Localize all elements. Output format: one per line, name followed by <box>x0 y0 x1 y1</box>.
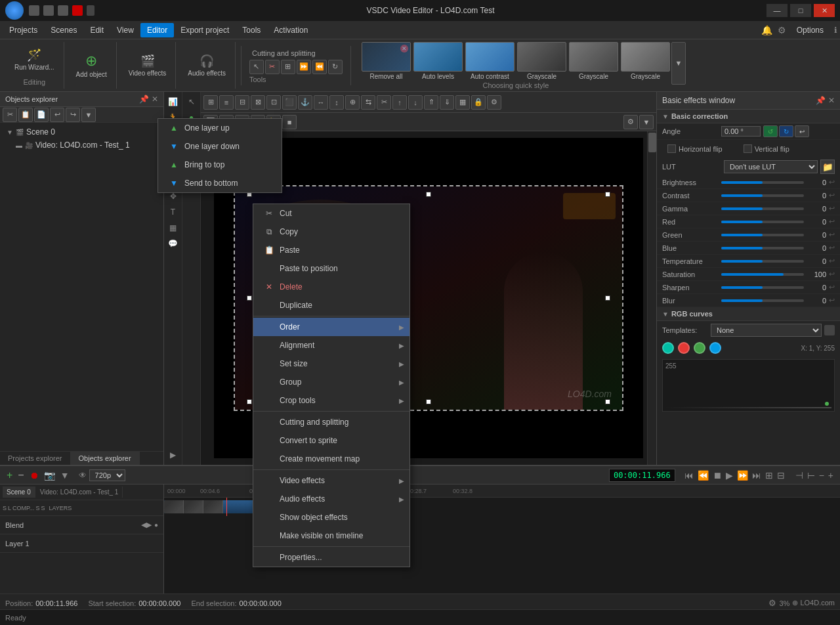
cm-alignment[interactable]: Alignment <box>253 336 410 355</box>
redo-object-btn[interactable]: ↪ <box>66 108 80 122</box>
selection-handle-tc[interactable] <box>426 192 431 197</box>
dn-btn[interactable]: ↓ <box>408 95 423 110</box>
selection-handle-mr[interactable] <box>605 295 610 301</box>
step-fwd-btn[interactable]: ⏩ <box>736 469 749 482</box>
close-button[interactable]: ✕ <box>814 4 835 17</box>
curves-icon-1[interactable] <box>824 325 835 335</box>
run-wizard-button[interactable]: 🪄 Run Wizard... <box>10 45 58 74</box>
scene-tab[interactable]: Scene 0 <box>3 486 35 498</box>
menu-scenes[interactable]: Scenes <box>44 23 83 37</box>
rotate-tool[interactable]: ↻ <box>328 60 343 74</box>
align-btn-6[interactable]: ⬛ <box>282 95 297 110</box>
open-file-icon[interactable] <box>43 5 54 16</box>
speed-down-tool[interactable]: ⏪ <box>312 60 327 74</box>
loop-btn[interactable]: ⊞ <box>764 469 774 482</box>
align-btn-4[interactable]: ⊠ <box>251 95 265 110</box>
split-tl-btn[interactable]: ⊟ <box>776 469 786 482</box>
red-reset[interactable]: ↩ <box>829 217 835 226</box>
cm-set-size[interactable]: Set size <box>253 355 410 373</box>
cm-delete[interactable]: ✕ Delete <box>253 278 410 296</box>
in-point-btn[interactable]: ⊣ <box>794 469 805 482</box>
projects-tab[interactable]: Projects explorer <box>0 452 71 465</box>
canvas-settings-btn[interactable]: ⚙ <box>623 115 638 129</box>
cm-paste-position[interactable]: Paste to position <box>253 259 410 278</box>
green-slider[interactable] <box>721 234 804 236</box>
cm-crop-tools[interactable]: Crop tools <box>253 391 410 410</box>
audio-effects-button[interactable]: 🎧 Audio effects <box>184 51 230 80</box>
cm-paste[interactable]: 📋 Paste <box>253 241 410 259</box>
red-slider[interactable] <box>721 221 804 223</box>
v-flip-checkbox[interactable] <box>744 144 752 153</box>
curve-dot[interactable] <box>825 402 829 406</box>
minimize-button[interactable]: — <box>766 4 788 17</box>
cm-cutting[interactable]: Cutting and splitting <box>253 413 410 431</box>
cm-cut[interactable]: ✂ Cut <box>253 204 410 223</box>
pointer-tool[interactable]: ↖ <box>249 60 264 74</box>
grid-icon[interactable]: ▦ <box>166 221 180 235</box>
objects-panel-close[interactable]: ✕ <box>152 95 158 104</box>
record-icon[interactable] <box>72 5 83 16</box>
cut-object-btn[interactable]: ✂ <box>3 108 17 122</box>
cm-group[interactable]: Group <box>253 373 410 391</box>
qs-auto-levels[interactable]: Auto levels <box>413 42 463 80</box>
effects-pin-icon[interactable]: 📌 <box>816 96 826 105</box>
cm-visible-timeline[interactable]: Make visible on timeline <box>253 527 410 545</box>
cm-audio-effects[interactable]: Audio effects <box>253 490 410 508</box>
out-point-btn[interactable]: ⊢ <box>806 469 816 482</box>
undo-object-btn[interactable]: ↩ <box>50 108 64 122</box>
green-reset[interactable]: ↩ <box>829 230 835 239</box>
dist-btn-2[interactable]: ↕ <box>329 95 344 110</box>
blue-slider[interactable] <box>721 247 804 249</box>
expand-tracks-btn[interactable]: ▼ <box>59 469 71 482</box>
pointer-icon[interactable]: ↖ <box>184 95 199 109</box>
pin-icon[interactable]: 📌 <box>139 95 149 104</box>
gamma-slider[interactable] <box>721 207 804 210</box>
qs-more-button[interactable]: ▼ <box>671 42 686 85</box>
add-track-btn[interactable]: + <box>5 469 14 482</box>
add-object-button[interactable]: ⊕ Add object <box>72 50 111 81</box>
dropdown-icon[interactable] <box>87 5 94 16</box>
lut-folder-btn[interactable]: 📁 <box>820 160 835 174</box>
help-icon[interactable]: ℹ <box>834 26 837 35</box>
qs-grayscale-2[interactable]: Grayscale <box>569 42 618 80</box>
play-btn[interactable]: ▶ <box>724 469 734 482</box>
chat-icon[interactable]: 💬 <box>166 236 180 251</box>
dist-btn-1[interactable]: ↔ <box>314 95 328 110</box>
objects-tab[interactable]: Objects explorer <box>71 452 140 465</box>
split-tool[interactable]: ⊞ <box>281 60 295 74</box>
saturation-reset[interactable]: ↩ <box>829 270 835 278</box>
video-effects-button[interactable]: 🎬 Video effects <box>125 51 170 80</box>
canvas-dropdown-btn[interactable]: ▼ <box>639 115 654 129</box>
cut-tool[interactable]: ✂ <box>265 60 280 74</box>
menu-editor[interactable]: Editor <box>140 23 174 37</box>
scene-0-item[interactable]: ▼ 🎬 Scene 0 <box>3 125 161 139</box>
cm-copy[interactable]: ⧉ Copy <box>253 223 410 241</box>
selection-handle-bl[interactable] <box>247 399 252 404</box>
qs-grayscale-1[interactable]: Grayscale <box>517 42 566 80</box>
paste-object-btn[interactable]: 📄 <box>34 108 49 122</box>
align-btn-5[interactable]: ⊡ <box>266 95 281 110</box>
blue-reset[interactable]: ↩ <box>829 244 835 252</box>
text-icon[interactable]: T <box>166 205 180 219</box>
selection-handle-bc[interactable] <box>426 399 431 404</box>
cm-order[interactable]: Order <box>253 318 410 336</box>
rgb-curves-header[interactable]: ▼ RGB curves <box>657 307 840 321</box>
settings-icon[interactable]: ⚙ <box>778 25 786 35</box>
angle-input[interactable] <box>721 126 761 137</box>
temperature-reset[interactable]: ↩ <box>829 257 835 265</box>
lut-select[interactable]: Don't use LUT <box>724 160 818 173</box>
goto-end-btn[interactable]: ⏭ <box>751 469 763 482</box>
camera-track-btn[interactable]: 📷 <box>43 469 56 482</box>
selection-handle-br[interactable] <box>605 399 610 404</box>
expand-icon[interactable]: ▶ <box>166 448 180 462</box>
center-btn[interactable]: ⊕ <box>345 95 360 110</box>
selection-handle-tr[interactable] <box>605 192 610 197</box>
menu-projects[interactable]: Projects <box>3 23 44 37</box>
align-btn-2[interactable]: ≡ <box>219 95 234 110</box>
temperature-slider[interactable] <box>721 260 804 263</box>
resolution-select[interactable]: 720p <box>89 469 125 481</box>
record-track-btn[interactable]: ⏺ <box>28 469 40 482</box>
menu-edit[interactable]: Edit <box>83 23 110 37</box>
flip-btn[interactable]: ⇆ <box>361 95 375 110</box>
save-file-icon[interactable] <box>58 5 68 16</box>
